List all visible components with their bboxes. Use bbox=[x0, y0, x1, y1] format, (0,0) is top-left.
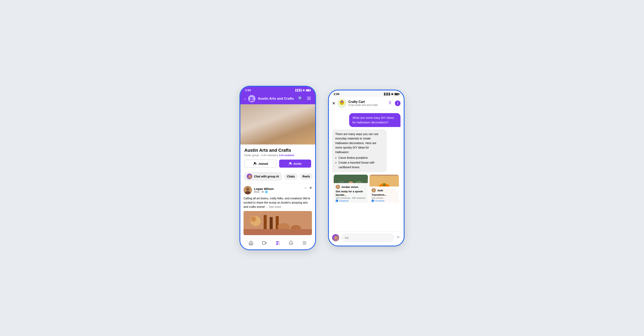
media-title-2: Transform... bbox=[372, 193, 397, 197]
phone-2: 2:04 ▐▐▐▐ ⊛ ✕ bbox=[328, 90, 404, 246]
menu-button[interactable] bbox=[307, 96, 311, 102]
post-close-button[interactable]: ✕ bbox=[309, 186, 312, 190]
svg-point-4 bbox=[251, 99, 254, 101]
status-icons-1: ▐▐▐▐ ⊛ bbox=[295, 89, 310, 92]
svg-rect-19 bbox=[294, 120, 301, 136]
group-info: Austin Arts and Crafts Public group · 4.… bbox=[240, 145, 315, 170]
media-user-name-2: Jade bbox=[377, 189, 383, 192]
media-card-2[interactable]: J Jade Transform... 102 comme... f Faceb… bbox=[370, 175, 399, 203]
chat-close-button[interactable]: ✕ bbox=[332, 101, 336, 106]
nav-notifications[interactable] bbox=[288, 241, 294, 245]
send-button[interactable] bbox=[396, 235, 400, 241]
chat-input[interactable] bbox=[341, 234, 394, 242]
svg-point-10 bbox=[246, 109, 254, 121]
tab-reels[interactable]: Reels bbox=[300, 173, 313, 180]
svg-rect-46 bbox=[262, 242, 265, 244]
svg-rect-14 bbox=[286, 126, 294, 127]
svg-point-12 bbox=[268, 112, 274, 119]
post-author-name: Logan Wilson bbox=[254, 187, 274, 190]
svg-rect-40 bbox=[276, 216, 279, 231]
svg-rect-20 bbox=[295, 121, 300, 135]
nav-home[interactable] bbox=[248, 241, 253, 245]
svg-rect-9 bbox=[244, 109, 262, 123]
group-avatar bbox=[248, 95, 256, 102]
post-image bbox=[244, 211, 312, 235]
invite-button[interactable]: Invite bbox=[279, 160, 311, 168]
globe-icon: 🌐 bbox=[265, 190, 268, 193]
group-actions: Joined Invite bbox=[244, 160, 311, 168]
tab-chats[interactable]: Chats bbox=[284, 173, 298, 180]
svg-rect-78 bbox=[384, 183, 385, 186]
svg-rect-39 bbox=[270, 217, 273, 231]
chat-input-avatar: 🎨 bbox=[332, 234, 339, 241]
see-more-link[interactable]: ... See more bbox=[266, 205, 281, 208]
svg-rect-11 bbox=[264, 111, 278, 122]
svg-rect-13 bbox=[240, 132, 315, 144]
svg-rect-52 bbox=[303, 244, 306, 244]
chat-input-bar: 🎨 bbox=[329, 231, 404, 246]
chat-messages: What are some easy DIY ideas for hallowe… bbox=[329, 110, 404, 231]
bottom-nav bbox=[240, 238, 315, 249]
svg-text:f: f bbox=[336, 200, 337, 202]
media-user-name-1: Jordan Jones bbox=[341, 185, 358, 188]
svg-rect-15 bbox=[286, 127, 288, 133]
status-bar-1: 2:04 ▐▐▐▐ ⊛ bbox=[240, 87, 315, 93]
svg-point-27 bbox=[250, 135, 258, 140]
post-author-avatar bbox=[244, 186, 252, 194]
media-card-1[interactable]: J Jordan Jones Get ready for a spook-tac… bbox=[334, 175, 368, 203]
received-message-1: There are many ways you can use everyday… bbox=[332, 129, 387, 172]
svg-rect-51 bbox=[303, 243, 306, 243]
post-author-info: Logan Wilson Meta · 9h 🌐 bbox=[244, 186, 274, 194]
svg-point-17 bbox=[294, 113, 301, 120]
wifi-icon: ⊛ bbox=[302, 89, 305, 92]
nav-video[interactable] bbox=[262, 241, 267, 245]
nav-groups[interactable] bbox=[275, 241, 280, 245]
time-2: 2:04 bbox=[334, 92, 339, 96]
post-author-details: Logan Wilson Meta · 9h 🌐 bbox=[254, 187, 274, 193]
status-bar-2: 2:04 ▐▐▐▐ ⊛ bbox=[329, 90, 404, 97]
media-user-avatar-1: J bbox=[336, 185, 340, 189]
chat-nav-info: Crafty Carl AI by Austin Arts and Crafts bbox=[348, 100, 386, 107]
svg-rect-25 bbox=[305, 117, 307, 132]
svg-point-31 bbox=[290, 162, 291, 164]
search-button[interactable]: 🔍 bbox=[298, 96, 303, 102]
battery-icon-2 bbox=[394, 93, 399, 95]
media-source-2: f Facebook bbox=[372, 199, 397, 202]
grid-icon[interactable]: ⠿ bbox=[388, 101, 392, 106]
tab-al[interactable]: Al bbox=[315, 173, 315, 180]
post-content: Calling all art lovers, crafty folks, an… bbox=[244, 196, 312, 209]
status-icons-2: ▐▐▐▐ ⊛ bbox=[383, 92, 399, 96]
svg-point-29 bbox=[268, 136, 273, 140]
svg-rect-26 bbox=[308, 119, 310, 133]
time-1: 2:04 bbox=[245, 89, 251, 92]
tab-bar: 🎨 Chat with group AI Chats Reels Al bbox=[240, 170, 315, 183]
svg-rect-6 bbox=[307, 98, 311, 98]
ai-badge: AI enabled bbox=[279, 154, 294, 157]
svg-point-18 bbox=[294, 112, 301, 117]
joined-button[interactable]: Joined bbox=[244, 160, 277, 168]
media-card-1-user: J Jordan Jones bbox=[336, 185, 366, 189]
post-meta: Meta · 9h 🌐 bbox=[254, 190, 274, 193]
cover-image bbox=[240, 104, 315, 145]
svg-rect-38 bbox=[264, 215, 267, 231]
ai-chat-tab[interactable]: 🎨 Chat with group AI bbox=[244, 172, 282, 181]
post-more-button[interactable]: ··· bbox=[304, 186, 307, 190]
svg-rect-21 bbox=[290, 120, 294, 130]
svg-point-28 bbox=[259, 136, 265, 140]
svg-rect-24 bbox=[298, 135, 301, 143]
media-title-1: Get ready for a spook-tacular... bbox=[336, 190, 366, 197]
nav-menu[interactable] bbox=[302, 241, 307, 245]
svg-rect-43 bbox=[244, 229, 312, 235]
message-list: Carve festive pumpkins Create a haunted … bbox=[335, 156, 384, 169]
info-icon[interactable]: i bbox=[395, 101, 400, 106]
post-header: Logan Wilson Meta · 9h 🌐 ··· ✕ bbox=[244, 186, 312, 194]
media-stats-2: 102 comme... bbox=[372, 197, 397, 199]
media-card-2-overlay: J Jade Transform... 102 comme... f Faceb… bbox=[370, 186, 399, 203]
media-card-1-overlay: J Jordan Jones Get ready for a spook-tac… bbox=[334, 183, 368, 203]
svg-point-45 bbox=[251, 217, 256, 221]
svg-rect-8 bbox=[240, 105, 315, 144]
back-button[interactable]: ‹ bbox=[244, 96, 246, 101]
signal-icon-2: ▐▐▐▐ bbox=[383, 93, 390, 95]
svg-rect-23 bbox=[294, 135, 297, 143]
svg-rect-7 bbox=[307, 99, 311, 100]
